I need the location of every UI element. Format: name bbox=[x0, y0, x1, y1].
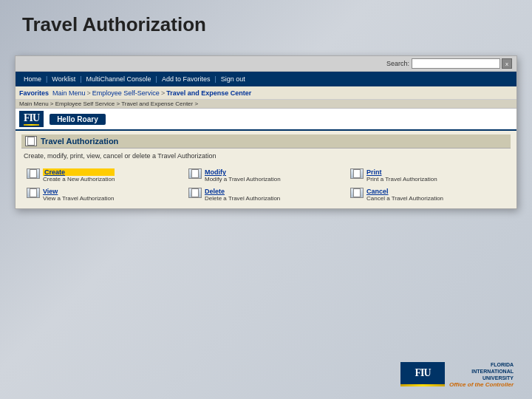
breadcrumb-travel-expense[interactable]: Travel and Expense Center bbox=[166, 89, 251, 97]
page-icon bbox=[25, 136, 37, 146]
page-description: Create, modify, print, view, cancel or d… bbox=[21, 151, 511, 161]
action-item-cancel: Cancel Cancel a Travel Authorization bbox=[349, 186, 507, 203]
action-icon-create bbox=[27, 168, 40, 179]
university-name-line3: UNIVERSITY bbox=[449, 375, 514, 381]
action-text-create: Create Create a New Authorization bbox=[43, 168, 115, 183]
action-title-print[interactable]: Print bbox=[366, 168, 437, 176]
fiu-logo-text: FIU bbox=[24, 112, 39, 124]
action-item-view: View View a Travel Authorization bbox=[25, 186, 183, 203]
search-label: Search: bbox=[386, 60, 409, 67]
action-item-print: Print Print a Travel Authorization bbox=[349, 167, 507, 184]
action-title-view[interactable]: View bbox=[43, 188, 114, 195]
action-item-create: Create Create a New Authorization bbox=[25, 167, 183, 184]
breadcrumb-main-menu[interactable]: Main Menu bbox=[52, 89, 86, 97]
search-input[interactable] bbox=[412, 58, 500, 69]
action-icon-modify bbox=[188, 168, 202, 179]
action-text-view: View View a Travel Authorization bbox=[43, 188, 114, 202]
page-title-bar: Travel Authorization bbox=[21, 134, 511, 149]
action-icon-print bbox=[350, 168, 364, 179]
breadcrumb-sep-1: > bbox=[87, 89, 91, 97]
nav-signout[interactable]: Sign out bbox=[216, 75, 250, 83]
university-name-line1: FLORIDA bbox=[449, 361, 514, 368]
page-breadcrumb: Main Menu > Employee Self Service > Trav… bbox=[16, 100, 516, 109]
nav-multichannel[interactable]: MultiChannel Console bbox=[82, 75, 156, 83]
breadcrumb-employee-self-service[interactable]: Employee Self-Service bbox=[92, 89, 160, 97]
action-title-delete[interactable]: Delete bbox=[205, 188, 280, 195]
greeting-banner: Hello Roary bbox=[50, 114, 106, 125]
nav-home[interactable]: Home bbox=[19, 75, 46, 83]
action-icon-view bbox=[27, 188, 40, 198]
action-grid: Create Create a New Authorization Modify… bbox=[21, 166, 511, 205]
favorites-label[interactable]: Favorites bbox=[19, 89, 49, 97]
action-item-modify: Modify Modify a Travel Authorization bbox=[187, 167, 345, 184]
fiu-header-logo: FIU bbox=[19, 111, 44, 127]
slide-title: Travel Authorization bbox=[0, 0, 532, 44]
fiu-bottom-logo-box: FIU bbox=[400, 362, 445, 384]
action-desc-modify: Modify a Travel Authorization bbox=[205, 176, 281, 183]
action-desc-print: Print a Travel Authorization bbox=[366, 176, 437, 183]
university-name-block: FLORIDA INTERNATIONAL UNIVERSITY Office … bbox=[449, 361, 514, 388]
content-area: Travel Authorization Create, modify, pri… bbox=[16, 131, 516, 208]
action-title-create[interactable]: Create bbox=[43, 168, 115, 176]
nav-add-favorites[interactable]: Add to Favorites bbox=[157, 75, 215, 83]
fiu-logo-gold-bar bbox=[24, 124, 39, 126]
fiu-bottom-logo: FIU bbox=[400, 362, 445, 386]
office-controller-label: Office of the Controller bbox=[449, 381, 514, 388]
page-title: Travel Authorization bbox=[41, 137, 118, 146]
action-text-modify: Modify Modify a Travel Authorization bbox=[205, 168, 281, 183]
action-desc-delete: Delete a Travel Authorization bbox=[205, 195, 280, 202]
action-desc-cancel: Cancel a Travel Authorization bbox=[366, 195, 443, 202]
nav-bar: Home | Worklist | MultiChannel Console |… bbox=[16, 72, 516, 86]
breadcrumb-sep-2: > bbox=[161, 89, 165, 97]
action-text-delete: Delete Delete a Travel Authorization bbox=[205, 188, 280, 202]
action-icon-cancel bbox=[350, 188, 364, 198]
action-title-modify[interactable]: Modify bbox=[205, 168, 281, 176]
action-text-cancel: Cancel Cancel a Travel Authorization bbox=[366, 188, 443, 202]
search-button[interactable]: x bbox=[502, 58, 512, 69]
doc-icon bbox=[27, 137, 35, 146]
action-icon-delete bbox=[188, 188, 202, 198]
slide: Travel Authorization Search: x Home | Wo… bbox=[0, 0, 532, 399]
fiu-bottom-logo-text: FIU bbox=[415, 367, 430, 379]
action-desc-create: Create a New Authorization bbox=[43, 176, 115, 183]
nav-worklist[interactable]: Worklist bbox=[47, 75, 80, 83]
browser-search-area: Search: x bbox=[16, 56, 516, 72]
action-item-delete: Delete Delete a Travel Authorization bbox=[187, 186, 345, 203]
action-desc-view: View a Travel Authorization bbox=[43, 195, 114, 202]
bottom-logo-area: FIU FLORIDA INTERNATIONAL UNIVERSITY Off… bbox=[400, 361, 514, 388]
browser-window: Search: x Home | Worklist | MultiChannel… bbox=[15, 55, 517, 209]
fiu-bottom-gold-bar bbox=[400, 384, 445, 386]
action-title-cancel[interactable]: Cancel bbox=[366, 188, 443, 195]
favorites-bar: Favorites Main Menu > Employee Self-Serv… bbox=[16, 86, 516, 100]
ps-header: FIU Hello Roary bbox=[16, 109, 516, 131]
action-text-print: Print Print a Travel Authorization bbox=[366, 168, 437, 183]
university-name-line2: INTERNATIONAL bbox=[449, 368, 514, 375]
